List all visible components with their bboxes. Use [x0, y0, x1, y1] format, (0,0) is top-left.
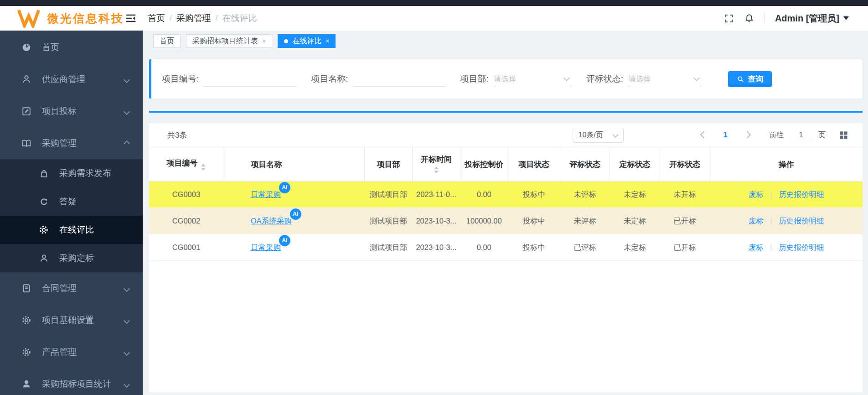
table-row[interactable]: CG0001 日常采购AI 测试项目部 2023-10-3... 0.00 投标…: [149, 234, 863, 261]
goto-label: 前往: [769, 130, 784, 140]
close-icon[interactable]: ×: [326, 38, 329, 44]
tab-label: 采购招标项目统计表: [192, 36, 258, 46]
ai-badge: AI: [279, 182, 290, 193]
cell-project-code: CG0001: [149, 234, 223, 261]
tab-bid-statistics-table[interactable]: 采购招标项目统计表 ×: [186, 34, 272, 48]
void-bid-link[interactable]: 废标: [749, 243, 764, 251]
close-icon[interactable]: ×: [262, 38, 266, 44]
sidebar-item-bid-statistics[interactable]: 采购招标项目统计: [0, 368, 143, 395]
col-project-name: 项目名称: [223, 147, 365, 182]
table-row[interactable]: CG0002 OA系统采购AI 测试项目部 2023-10-3... 10000…: [149, 208, 863, 234]
person-filled-icon: [21, 379, 32, 390]
bell-icon[interactable]: [744, 13, 754, 24]
cell-project-status: 投标中: [508, 182, 560, 208]
void-bid-link[interactable]: 废标: [749, 217, 764, 225]
eval-status-select-value[interactable]: [628, 74, 694, 83]
department-select[interactable]: [493, 72, 572, 86]
dashboard-icon: [21, 42, 32, 53]
sidebar-item-home[interactable]: 首页: [0, 31, 143, 63]
sidebar-item-products[interactable]: 产品管理: [0, 336, 143, 368]
project-name-input[interactable]: [353, 72, 446, 87]
cell-project-status: 投标中: [508, 208, 560, 234]
column-label: 投标控制价: [465, 160, 503, 169]
filter-label: 项目编号:: [162, 73, 199, 85]
sidebar-item-contracts[interactable]: 合同管理: [0, 272, 143, 304]
history-quotes-link[interactable]: 历史报价明细: [779, 190, 824, 198]
col-eval-status: 评标状态: [560, 147, 610, 182]
page-size-select[interactable]: 10条/页: [573, 128, 624, 143]
next-page-button[interactable]: [745, 131, 750, 139]
total-count: 共3条: [167, 130, 187, 140]
sidebar-item-project-settings[interactable]: 项目基础设置: [0, 304, 143, 336]
sidebar-item-online-evaluation[interactable]: 在线评比: [0, 216, 143, 244]
person-icon: [38, 253, 49, 264]
col-open-status: 开标状态: [660, 147, 710, 182]
pagination: 10条/页 1 前往 页: [573, 128, 849, 143]
column-label: 项目状态: [518, 160, 549, 169]
filter-project-name: 项目名称:: [311, 72, 445, 87]
table-row[interactable]: CG0003 日常采购AI 测试项目部 2023-11-0... 0.00 投标…: [149, 182, 863, 208]
history-quotes-link[interactable]: 历史报价明细: [779, 243, 824, 251]
eval-status-select[interactable]: [628, 72, 702, 86]
breadcrumb: 首页 / 采购管理 / 在线评比: [148, 12, 257, 24]
current-page[interactable]: 1: [723, 130, 728, 140]
prev-page-button[interactable]: [701, 131, 706, 139]
goto-page-input[interactable]: [789, 128, 813, 142]
page-unit-label: 页: [818, 130, 826, 140]
gear-icon: [21, 315, 32, 326]
user-menu[interactable]: Admin [管理员]: [775, 12, 849, 25]
chevron-down-icon: [124, 347, 129, 357]
sidebar-item-procurement[interactable]: 采购管理: [0, 127, 143, 159]
tab-bar: 首页 采购招标项目统计表 × 在线评比 ×: [153, 34, 336, 48]
cell-project-name: 日常采购AI: [223, 182, 365, 208]
app-header: 微光信息科技 首页 / 采购管理 / 在线评比 Admin [管理员]: [0, 6, 868, 31]
edit-square-icon: [21, 106, 32, 117]
sidebar-item-demand-publish[interactable]: 采购需求发布: [0, 159, 143, 187]
breadcrumb-current: 在线评比: [222, 12, 257, 24]
filter-eval-status: 评标状态:: [586, 72, 702, 86]
history-quotes-link[interactable]: 历史报价明细: [779, 217, 824, 225]
main-content: 首页 采购招标项目统计表 × 在线评比 × 项目编号: 项目名称: 项目部:: [143, 31, 868, 395]
sidebar-item-label: 合同管理: [42, 282, 114, 294]
cell-project-status: 投标中: [508, 234, 560, 261]
cell-award-status: 未定标: [610, 234, 660, 261]
action-separator: |: [770, 190, 772, 198]
cell-award-status: 未定标: [610, 208, 660, 234]
project-name-link[interactable]: 日常采购AI: [251, 190, 281, 200]
cell-control-price: 0.00: [460, 182, 508, 208]
col-project-code: 项目编号: [149, 147, 223, 182]
tab-online-evaluation[interactable]: 在线评比 ×: [278, 34, 336, 48]
cell-project-code: CG0003: [149, 182, 223, 208]
fullscreen-icon[interactable]: [723, 13, 734, 24]
sort-icon[interactable]: [201, 164, 206, 171]
cell-department: 测试项目部: [365, 234, 413, 261]
brand-name: 微光信息科技: [47, 11, 124, 26]
filter-label: 项目部:: [460, 73, 489, 85]
search-button[interactable]: 查询: [728, 71, 772, 87]
sidebar-item-suppliers[interactable]: 供应商管理: [0, 63, 143, 95]
breadcrumb-home[interactable]: 首页: [148, 12, 165, 24]
cell-control-price: 0.00: [460, 234, 508, 261]
chevron-down-icon: [693, 75, 700, 81]
sidebar-item-bidding[interactable]: 项目投标: [0, 95, 143, 127]
project-code-input[interactable]: [203, 72, 296, 87]
tab-label: 首页: [160, 36, 174, 46]
grid-view-icon[interactable]: [838, 130, 849, 140]
collapse-sidebar-icon[interactable]: [125, 12, 137, 24]
department-select-value[interactable]: [493, 74, 564, 83]
sidebar: 首页 供应商管理 项目投标 采购管理 采购需求发布: [0, 31, 143, 395]
sidebar-item-answer[interactable]: 答疑: [0, 187, 143, 216]
filter-panel: 项目编号: 项目名称: 项目部: 评标状态: 查询: [149, 59, 863, 99]
breadcrumb-procurement[interactable]: 采购管理: [176, 12, 211, 24]
filter-label: 项目名称:: [311, 73, 348, 85]
cell-open-time: 2023-11-0...: [412, 182, 460, 208]
column-label: 操作: [779, 160, 794, 169]
sort-icon[interactable]: [434, 166, 439, 173]
filter-project-code: 项目编号:: [162, 72, 296, 87]
project-name-link[interactable]: OA系统采购AI: [251, 216, 292, 226]
void-bid-link[interactable]: 废标: [749, 190, 764, 198]
tab-home[interactable]: 首页: [153, 34, 181, 48]
sidebar-item-award[interactable]: 采购定标: [0, 244, 143, 272]
project-name-link[interactable]: 日常采购AI: [251, 243, 281, 253]
cell-control-price: 100000.00: [460, 208, 508, 234]
